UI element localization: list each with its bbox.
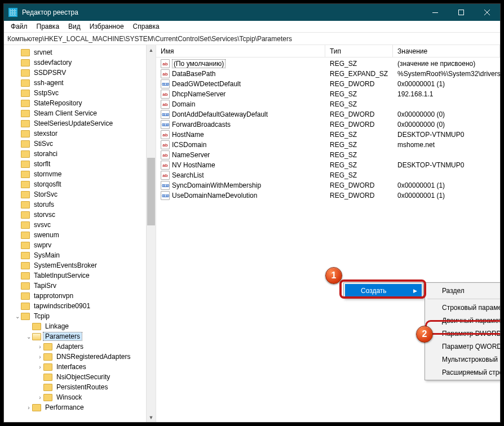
cell-type: REG_SZ xyxy=(325,151,393,159)
menu-item-multistring[interactable]: Мультистроковый параметр xyxy=(426,353,500,366)
tree-item[interactable]: srvnet xyxy=(4,47,156,57)
table-row[interactable]: abDomainREG_SZ xyxy=(156,99,500,109)
table-row[interactable]: abNameServerREG_SZ xyxy=(156,150,500,160)
menu-edit[interactable]: Правка xyxy=(32,21,64,32)
tree-item[interactable]: ›Adapters xyxy=(4,341,156,352)
tree-item-label: PersistentRoutes xyxy=(55,383,109,391)
tree-item-label: swenum xyxy=(32,231,61,239)
table-row[interactable]: abHostNameREG_SZDESKTOP-VTNMUP0 xyxy=(156,130,500,140)
table-row[interactable]: 0110ForwardBroadcastsREG_DWORD0x00000000… xyxy=(156,119,500,130)
scroll-thumb[interactable] xyxy=(147,158,155,225)
expand-closed-icon[interactable]: › xyxy=(37,344,43,350)
values-pane[interactable]: Имя Тип Значение ab(По умолчанию)REG_SZ(… xyxy=(156,45,500,422)
menu-item-section[interactable]: Раздел xyxy=(426,284,500,297)
menu-item-string[interactable]: Строковый параметр xyxy=(426,301,500,314)
menu-item-qword[interactable]: Параметр QWORD (64 бита) xyxy=(426,340,500,353)
table-row[interactable]: ab(По умолчанию)REG_SZ(значение не присв… xyxy=(156,59,500,69)
column-type[interactable]: Тип xyxy=(325,45,393,57)
tree-item[interactable]: StiSvc xyxy=(4,139,156,149)
string-value-icon: ab xyxy=(161,171,170,180)
menu-view[interactable]: Вид xyxy=(64,21,85,32)
tree-item[interactable]: StorSvc xyxy=(4,189,156,199)
maximize-button[interactable] xyxy=(448,4,474,21)
tree-item[interactable]: StateRepository xyxy=(4,98,156,108)
table-row[interactable]: 0110SyncDomainWithMembershipREG_DWORD0x0… xyxy=(156,180,500,190)
expand-closed-icon[interactable]: › xyxy=(37,394,43,401)
tree-item[interactable]: storufs xyxy=(4,199,156,210)
column-value[interactable]: Значение xyxy=(393,45,500,57)
table-row[interactable]: 0110UseDomainNameDevolutionREG_DWORD0x00… xyxy=(156,190,500,201)
tree-item[interactable]: SysMain xyxy=(4,250,156,260)
expand-open-icon[interactable]: ⌄ xyxy=(14,313,21,320)
menu-item-expandstring[interactable]: Расширяемый строковый параметр xyxy=(426,366,500,379)
table-row[interactable]: 0110DontAddDefaultGatewayDefaultREG_DWOR… xyxy=(156,109,500,119)
tree-item[interactable]: storahci xyxy=(4,149,156,159)
tree-item[interactable]: svsvc xyxy=(4,220,156,230)
tree-item[interactable]: tapwindscribe0901 xyxy=(4,301,156,311)
table-row[interactable]: abDataBasePathREG_EXPAND_SZ%SystemRoot%\… xyxy=(156,69,500,79)
tree-item[interactable]: SstpSvc xyxy=(4,88,156,98)
tree-item-label: SysMain xyxy=(32,251,61,259)
scroll-up-icon[interactable]: ▲ xyxy=(147,45,156,55)
tree-item[interactable]: stornvme xyxy=(4,169,156,179)
menu-favorites[interactable]: Избранное xyxy=(85,21,129,32)
tree-item[interactable]: ›Winsock xyxy=(4,392,156,402)
scroll-down-icon[interactable]: ▼ xyxy=(147,412,156,422)
string-value-icon: ab xyxy=(161,140,170,149)
tree-item[interactable]: PersistentRoutes xyxy=(4,382,156,392)
menu-item-dword[interactable]: Параметр DWORD (32 бита) xyxy=(426,327,500,340)
tree-item[interactable]: SteelSeriesUpdateService xyxy=(4,118,156,128)
menu-file[interactable]: Файл xyxy=(6,21,32,32)
expand-open-icon[interactable]: ⌄ xyxy=(25,334,32,340)
tree-item[interactable]: SSDPSRV xyxy=(4,68,156,78)
menubar: Файл Правка Вид Избранное Справка xyxy=(4,21,500,33)
tree-item[interactable]: swprv xyxy=(4,240,156,250)
tree-item[interactable]: SystemEventsBroker xyxy=(4,260,156,270)
tree-item[interactable]: ⌄Tcpip xyxy=(4,311,156,321)
tree-item[interactable]: ›Interfaces xyxy=(4,362,156,372)
table-row[interactable]: abNV HostNameREG_SZDESKTOP-VTNMUP0 xyxy=(156,160,500,170)
tree-pane[interactable]: srvnetssdevfactorySSDPSRVssh-agentSstpSv… xyxy=(4,45,156,422)
tree-item-label: storahci xyxy=(32,150,59,158)
tree-item[interactable]: storvsc xyxy=(4,210,156,220)
tree-item[interactable]: storqosflt xyxy=(4,179,156,189)
minimize-button[interactable] xyxy=(422,4,448,21)
expand-closed-icon[interactable]: › xyxy=(25,405,32,411)
tree-item[interactable]: stexstor xyxy=(4,128,156,139)
tree-item[interactable]: swenum xyxy=(4,230,156,240)
close-button[interactable] xyxy=(474,4,500,21)
cell-type: REG_SZ xyxy=(325,161,393,169)
folder-icon xyxy=(32,333,41,340)
titlebar: Редактор реестра xyxy=(4,4,500,21)
tree-item[interactable]: tapprotonvpn xyxy=(4,291,156,301)
tree-item[interactable]: Steam Client Service xyxy=(4,108,156,118)
column-name[interactable]: Имя xyxy=(156,45,325,57)
folder-icon xyxy=(32,323,41,330)
tree-item[interactable]: TabletInputService xyxy=(4,270,156,281)
expand-closed-icon[interactable]: › xyxy=(37,354,43,360)
tree-item[interactable]: NsiObjectSecurity xyxy=(4,372,156,382)
menu-item-binary[interactable]: Двоичный параметр xyxy=(426,314,500,327)
tree-item[interactable]: ›Performance xyxy=(4,402,156,412)
tree-item[interactable]: ssdevfactory xyxy=(4,57,156,68)
tree-item[interactable]: storflt xyxy=(4,159,156,169)
value-name: ICSDomain xyxy=(172,141,206,149)
tree-item-label: storflt xyxy=(32,160,52,168)
address-bar[interactable]: Компьютер\HKEY_LOCAL_MACHINE\SYSTEM\Curr… xyxy=(4,33,500,45)
tree-item[interactable]: ›DNSRegisteredAdapters xyxy=(4,352,156,362)
menu-help[interactable]: Справка xyxy=(129,21,164,32)
menu-item-create[interactable]: Создать ▶ xyxy=(345,284,422,297)
table-row[interactable]: abSearchListREG_SZ xyxy=(156,170,500,180)
tree-item[interactable]: Linkage xyxy=(4,321,156,331)
table-row[interactable]: 0110DeadGWDetectDefaultREG_DWORD0x000000… xyxy=(156,79,500,89)
table-row[interactable]: abICSDomainREG_SZmshome.net xyxy=(156,140,500,150)
cell-name: 0110ForwardBroadcasts xyxy=(156,120,325,129)
expand-closed-icon[interactable]: › xyxy=(37,364,43,370)
tree-item[interactable]: ssh-agent xyxy=(4,78,156,88)
table-row[interactable]: abDhcpNameServerREG_SZ192.168.1.1 xyxy=(156,89,500,99)
string-value-icon: ab xyxy=(161,59,170,68)
tree-item[interactable]: TapiSrv xyxy=(4,281,156,291)
tree-item[interactable]: ⌄Parameters xyxy=(4,331,156,341)
tree-item-label: SSDPSRV xyxy=(32,69,68,77)
tree-scrollbar[interactable]: ▲ ▼ xyxy=(146,45,156,422)
